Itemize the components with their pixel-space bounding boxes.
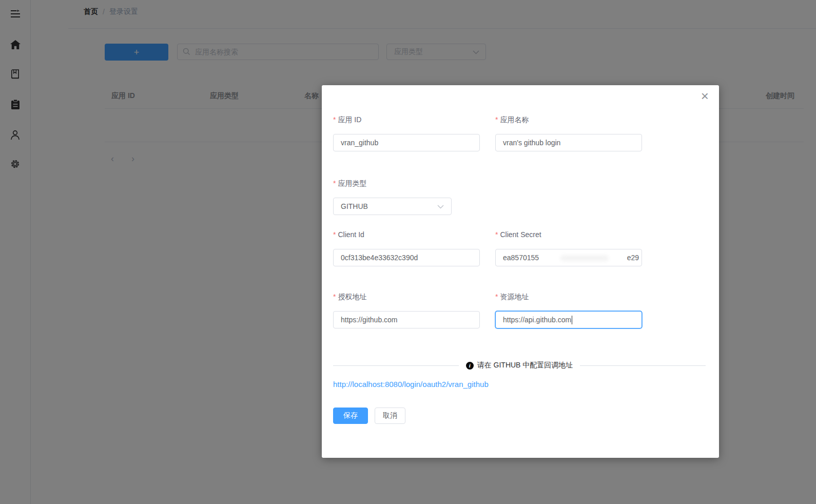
resource-url-input[interactable]: https://api.github.com (495, 311, 642, 328)
resource-url-field: *资源地址 https://api.github.com (495, 292, 642, 328)
app-name-label: *应用名称 (495, 115, 642, 125)
cancel-button[interactable]: 取消 (375, 408, 405, 424)
app-type-select-value: GITHUB (341, 202, 437, 210)
client-secret-label: *Client Secret (495, 230, 642, 240)
client-id-input[interactable]: 0cf313be4e33632c390d (333, 249, 480, 266)
required-mark: * (333, 230, 336, 239)
chevron-down-icon (437, 202, 444, 210)
required-mark: * (333, 179, 336, 187)
app-type-field: *应用类型 GITHUB (333, 179, 480, 215)
client-id-label: *Client Id (333, 230, 480, 240)
required-mark: * (333, 115, 336, 124)
app-id-label: *应用 ID (333, 115, 480, 125)
client-secret-input[interactable]: ea8570155 e29 (495, 249, 642, 266)
auth-url-input[interactable]: https://github.com (333, 311, 480, 328)
text-cursor (572, 316, 572, 324)
callback-url-link[interactable]: http://localhost:8080/login/oauth2/vran_… (333, 380, 489, 389)
app-type-label: *应用类型 (333, 179, 480, 188)
required-mark: * (495, 230, 498, 239)
resource-url-label: *资源地址 (495, 292, 642, 302)
save-button[interactable]: 保存 (333, 408, 368, 424)
callback-note: i 请在 GITHUB 中配置回调地址 (466, 361, 573, 370)
required-mark: * (495, 115, 498, 124)
app-id-field: *应用 ID vran_github (333, 115, 480, 151)
app-name-field: *应用名称 vran's github login (495, 115, 642, 151)
app-screen: 首页 / 登录设置 + 应用类型 应用 ID 应用类型 (0, 0, 816, 504)
auth-url-label: *授权地址 (333, 292, 480, 302)
client-id-field: *Client Id 0cf313be4e33632c390d (333, 230, 480, 266)
redaction-blur (543, 251, 630, 265)
app-id-input[interactable]: vran_github (333, 134, 480, 151)
login-setting-dialog: × *应用 ID vran_github *应用名称 vran's github… (322, 85, 719, 458)
app-type-select[interactable]: GITHUB (333, 198, 452, 215)
info-icon: i (466, 362, 474, 370)
close-icon[interactable]: × (701, 89, 709, 103)
required-mark: * (495, 293, 498, 301)
required-mark: * (333, 293, 336, 301)
auth-url-field: *授权地址 https://github.com (333, 292, 480, 328)
app-name-input[interactable]: vran's github login (495, 134, 642, 151)
dialog-actions: 保存 取消 (333, 408, 405, 424)
client-secret-field: *Client Secret ea8570155 e29 (495, 230, 642, 266)
callback-note-divider: i 请在 GITHUB 中配置回调地址 (333, 360, 706, 371)
